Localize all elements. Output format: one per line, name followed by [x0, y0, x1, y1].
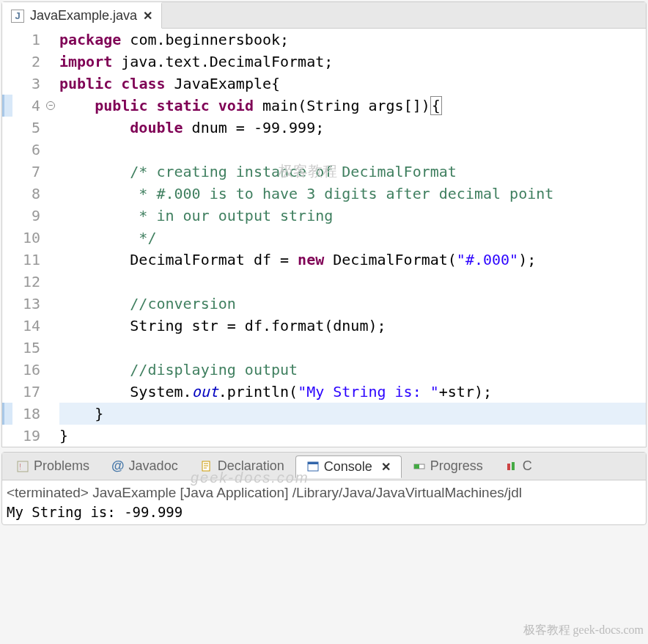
svg-rect-6 [414, 464, 419, 469]
code-line[interactable]: String str = df.format(dnum); [59, 315, 646, 337]
line-number: 14 [12, 315, 40, 337]
tab-javadoc[interactable]: @ Javadoc [100, 455, 189, 477]
tab-declaration[interactable]: Declaration [189, 455, 295, 477]
svg-text:!: ! [19, 462, 21, 471]
line-number: 8 [12, 183, 40, 205]
code-line[interactable]: * in our output string [59, 205, 646, 227]
gutter-highlight [2, 51, 12, 73]
line-number: 12 [12, 271, 40, 293]
tab-problems[interactable]: ! Problems [5, 455, 100, 477]
line-number: 1 [12, 29, 40, 51]
tab-filename: JavaExample.java [30, 8, 137, 23]
declaration-icon [200, 460, 213, 473]
line-number: 18 [12, 403, 40, 425]
code-line[interactable] [59, 139, 646, 161]
gutter-highlight [2, 227, 12, 249]
code-line[interactable]: DecimalFormat df = new DecimalFormat("#.… [59, 249, 646, 271]
console-body[interactable]: <terminated> JavaExample [Java Applicati… [2, 480, 646, 524]
line-number: 6 [12, 139, 40, 161]
svg-rect-8 [512, 462, 515, 470]
gutter-highlight [2, 271, 12, 293]
line-number: 2 [12, 51, 40, 73]
console-output: My String is: -99.999 [7, 502, 641, 522]
gutter-highlight [2, 139, 12, 161]
bottom-panel: ! Problems @ Javadoc Declaration Console… [1, 452, 647, 525]
code-line[interactable]: double dnum = -99.999; [59, 117, 646, 139]
gutter-highlight [2, 117, 12, 139]
svg-rect-7 [507, 464, 510, 470]
gutter-highlight [2, 359, 12, 381]
bottom-tab-bar: ! Problems @ Javadoc Declaration Console… [2, 453, 646, 480]
problems-icon: ! [16, 460, 29, 473]
line-number: 9 [12, 205, 40, 227]
code-editor[interactable]: 12345678910111213141516171819 − package … [2, 29, 646, 447]
code-line[interactable] [59, 337, 646, 359]
line-number: 10 [12, 227, 40, 249]
editor-tab-bar: J JavaExample.java ✕ [2, 2, 646, 29]
gutter-highlight [2, 29, 12, 51]
code-line[interactable]: } [59, 403, 646, 425]
java-file-icon: J [11, 10, 24, 23]
code-line[interactable]: package com.beginnersbook; [59, 29, 646, 51]
line-number: 4 [12, 95, 40, 117]
gutter-highlight [2, 205, 12, 227]
code-line[interactable]: */ [59, 227, 646, 249]
code-line[interactable]: //displaying output [59, 359, 646, 381]
code-line[interactable]: import java.text.DecimalFormat; [59, 51, 646, 73]
gutter-highlight [2, 381, 12, 403]
line-number: 3 [12, 73, 40, 95]
gutter-highlight [2, 249, 12, 271]
code-line[interactable] [59, 271, 646, 293]
coverage-icon [505, 460, 518, 473]
tab-extra[interactable]: C [494, 455, 543, 477]
gutter-highlight [2, 337, 12, 359]
tab-console[interactable]: Console ✕ [295, 455, 402, 478]
code-line[interactable]: * #.000 is to have 3 digits after decima… [59, 183, 646, 205]
line-number: 13 [12, 293, 40, 315]
gutter-highlight [2, 95, 12, 117]
gutter-highlight [2, 73, 12, 95]
gutter-highlight [2, 403, 12, 425]
console-icon [306, 460, 320, 473]
console-status: <terminated> JavaExample [Java Applicati… [7, 483, 641, 502]
editor-pane: J JavaExample.java ✕ 1234567891011121314… [1, 1, 647, 447]
line-number: 11 [12, 249, 40, 271]
gutter-highlight [2, 293, 12, 315]
code-line[interactable]: public static void main(String args[]){ [59, 95, 646, 117]
svg-rect-4 [308, 462, 318, 464]
code-line[interactable]: System.out.println("My String is: "+str)… [59, 381, 646, 403]
javadoc-icon: @ [111, 458, 125, 474]
watermark: 极客教程 geek-docs.com [523, 623, 644, 638]
code-line[interactable]: } [59, 425, 646, 447]
progress-icon [413, 460, 426, 473]
line-number: 7 [12, 161, 40, 183]
editor-tab[interactable]: J JavaExample.java ✕ [2, 2, 162, 29]
code-line[interactable]: //conversion [59, 293, 646, 315]
code-line[interactable]: /* creating instance of DecimalFormat [59, 161, 646, 183]
close-icon[interactable]: ✕ [143, 9, 152, 23]
code-line[interactable]: public class JavaExample{ [59, 73, 646, 95]
line-number: 5 [12, 117, 40, 139]
line-number: 15 [12, 337, 40, 359]
gutter-highlight [2, 425, 12, 447]
gutter-highlight [2, 315, 12, 337]
gutter-highlight [2, 161, 12, 183]
line-number: 16 [12, 359, 40, 381]
tab-progress[interactable]: Progress [402, 455, 494, 477]
line-number: 17 [12, 381, 40, 403]
fold-toggle-icon[interactable]: − [46, 101, 55, 110]
close-icon[interactable]: ✕ [381, 460, 391, 474]
gutter-highlight [2, 183, 12, 205]
line-number: 19 [12, 425, 40, 447]
